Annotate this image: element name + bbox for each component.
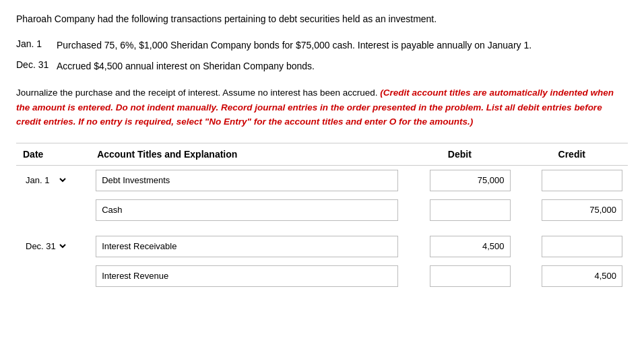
table-header-row: Date Account Titles and Explanation Debi…	[16, 143, 628, 165]
entry-2-account-cell-1	[90, 232, 404, 261]
entry-1-credit-cell-1	[516, 165, 628, 195]
entry-1-account-cell-2	[90, 195, 404, 225]
entry-2-account-input-2[interactable]	[96, 265, 398, 287]
header-date: Date	[16, 143, 90, 165]
entry-2-account-cell-2	[90, 261, 404, 291]
entry-2-debit-input-2[interactable]	[430, 265, 511, 287]
entry-2-row-1: Jan. 1 Dec. 31	[16, 232, 628, 261]
entry-1-date-cell: Jan. 1 Dec. 31	[16, 165, 90, 195]
entry-2-credit-cell-2	[516, 261, 628, 291]
spacer-row-1	[16, 225, 628, 232]
entry-1-debit-cell-2	[404, 195, 515, 225]
journal-table: Date Account Titles and Explanation Debi…	[16, 143, 628, 291]
entry-1-account-input-2[interactable]	[96, 199, 398, 221]
entry-2-account-input-1[interactable]	[96, 236, 398, 257]
entry-2-debit-input-1[interactable]	[430, 236, 511, 257]
header-debit: Debit	[404, 143, 515, 165]
transaction-desc-1: Purchased 75, 6%, $1,000 Sheridan Compan…	[57, 38, 628, 53]
entry-1-row-1: Jan. 1 Dec. 31	[16, 165, 628, 195]
entry-1-date-select[interactable]: Jan. 1 Dec. 31	[22, 173, 68, 187]
entry-1-date-wrapper: Jan. 1 Dec. 31	[22, 173, 85, 187]
entry-1-row-2	[16, 195, 628, 225]
header-credit: Credit	[516, 143, 628, 165]
entry-1-credit-input-1[interactable]	[542, 170, 622, 191]
transaction-date-2: Dec. 31	[16, 59, 57, 70]
entry-2-date-select[interactable]: Jan. 1 Dec. 31	[22, 239, 68, 253]
entry-2-date-wrapper: Jan. 1 Dec. 31	[22, 239, 85, 253]
entry-1-debit-input-1[interactable]	[430, 170, 511, 191]
transaction-desc-2: Accrued $4,500 annual interest on Sherid…	[57, 59, 628, 73]
transaction-date-1: Jan. 1	[16, 38, 57, 49]
entry-2-date-empty	[16, 261, 90, 291]
entry-2-date-cell: Jan. 1 Dec. 31	[16, 232, 90, 261]
entry-2-row-2	[16, 261, 628, 291]
entry-1-date-empty	[16, 195, 90, 225]
header-account: Account Titles and Explanation	[90, 143, 404, 165]
entry-2-credit-input-1[interactable]	[542, 236, 622, 257]
entry-1-debit-input-2[interactable]	[430, 199, 511, 221]
transaction-row-2: Dec. 31 Accrued $4,500 annual interest o…	[16, 59, 628, 73]
entry-2-credit-input-2[interactable]	[542, 265, 622, 287]
entry-2-debit-cell-1	[404, 232, 515, 261]
instructions-normal: Journalize the purchase and the receipt …	[16, 88, 378, 98]
entry-1-account-cell-1	[90, 165, 404, 195]
transactions-section: Jan. 1 Purchased 75, 6%, $1,000 Sheridan…	[16, 38, 628, 73]
intro-text: Pharoah Company had the following transa…	[16, 12, 628, 26]
transaction-row-1: Jan. 1 Purchased 75, 6%, $1,000 Sheridan…	[16, 38, 628, 53]
entry-2-credit-cell-1	[516, 232, 628, 261]
entry-1-credit-input-2[interactable]	[542, 199, 622, 221]
entry-1-credit-cell-2	[516, 195, 628, 225]
entry-1-account-input-1[interactable]	[96, 170, 398, 191]
entry-1-debit-cell-1	[404, 165, 515, 195]
entry-2-debit-cell-2	[404, 261, 515, 291]
instructions-section: Journalize the purchase and the receipt …	[16, 86, 628, 129]
